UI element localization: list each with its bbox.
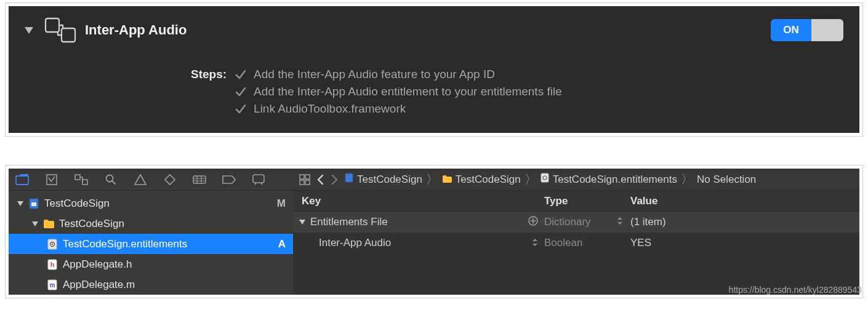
svg-rect-22 <box>345 173 353 182</box>
tree-file-entitlements[interactable]: TestCodeSign.entitlements A <box>9 234 293 254</box>
tree-file-header[interactable]: h AppDelegate.h <box>9 254 293 274</box>
project-file-icon <box>28 198 39 209</box>
step-text: Link AudioToolbox.framework <box>254 102 406 116</box>
inter-app-audio-icon <box>44 17 76 43</box>
related-items-icon[interactable] <box>299 174 310 185</box>
capability-panel-frame: Inter-App Audio ON Steps: Add the Inter-… <box>5 2 863 137</box>
breadcrumb-segment[interactable]: TestCodeSign.entitlements <box>540 173 677 186</box>
xcode-panel-frame: TestCodeSign M TestCodeSign TestCodeSign… <box>5 165 863 298</box>
disclosure-triangle-icon[interactable] <box>25 27 33 34</box>
source-control-status: A <box>278 238 286 250</box>
checkmark-icon <box>235 103 246 114</box>
svg-rect-18 <box>300 175 304 179</box>
svg-rect-2 <box>16 176 28 185</box>
column-header-key[interactable]: Key <box>293 195 544 207</box>
add-row-button-icon[interactable] <box>528 216 538 229</box>
project-tree: TestCodeSign M TestCodeSign TestCodeSign… <box>9 191 293 295</box>
svg-rect-5 <box>82 180 87 185</box>
svg-text:h: h <box>50 261 55 268</box>
plist-header-row: Key Type Value <box>293 191 859 212</box>
folder-icon <box>43 218 54 229</box>
implementation-file-icon: m <box>47 279 58 290</box>
svg-point-13 <box>52 243 53 244</box>
capability-step: Link AudioToolbox.framework <box>235 102 562 116</box>
plist-value: (1 item) <box>630 216 859 228</box>
entitlements-file-icon <box>47 239 58 250</box>
editor-toolbar: TestCodeSign 〉 TestCodeSign 〉 <box>293 169 859 191</box>
breadcrumb-segment[interactable]: No Selection <box>697 173 756 186</box>
folder-icon <box>442 173 452 186</box>
checkmark-icon <box>235 69 246 80</box>
tree-label: AppDelegate.h <box>63 258 286 271</box>
tree-project-root[interactable]: TestCodeSign M <box>9 193 293 213</box>
chevron-right-icon: 〉 <box>681 171 693 188</box>
debug-navigator-tab-icon[interactable] <box>192 172 207 187</box>
steps-label: Steps: <box>191 68 227 116</box>
source-control-status: M <box>277 197 286 210</box>
plist-type[interactable]: Dictionary <box>544 216 591 228</box>
project-file-icon <box>345 173 353 186</box>
svg-rect-21 <box>305 180 310 185</box>
jump-bar: TestCodeSign 〉 TestCodeSign 〉 <box>345 171 756 188</box>
chevron-right-icon: 〉 <box>426 171 438 188</box>
back-button-icon[interactable] <box>316 174 324 185</box>
forward-button-icon[interactable] <box>331 174 339 185</box>
project-navigator-tab-icon[interactable] <box>15 172 30 187</box>
svg-rect-19 <box>305 175 310 179</box>
breadcrumb-segment[interactable]: TestCodeSign <box>345 173 422 186</box>
breadcrumb-label: TestCodeSign <box>456 173 521 186</box>
svg-rect-1 <box>62 28 75 42</box>
capability-step: Add the Inter-App Audio entitlement to y… <box>235 85 562 98</box>
svg-rect-10 <box>31 202 36 206</box>
capability-step: Add the Inter-App Audio feature to your … <box>235 68 562 81</box>
plist-row[interactable]: Entitlements File Dictionary (1 item) <box>293 212 859 233</box>
svg-rect-23 <box>541 173 549 182</box>
disclosure-triangle-icon[interactable] <box>17 201 23 206</box>
disclosure-triangle-icon[interactable] <box>32 221 38 226</box>
svg-rect-4 <box>75 175 80 180</box>
tree-label: TestCodeSign.entitlements <box>63 238 278 250</box>
report-navigator-tab-icon[interactable] <box>251 172 266 187</box>
svg-text:m: m <box>50 282 55 289</box>
disclosure-triangle-icon[interactable] <box>299 220 305 225</box>
capability-panel: Inter-App Audio ON Steps: Add the Inter-… <box>9 6 859 133</box>
plist-key: Inter-App Audio <box>319 237 391 249</box>
step-text: Add the Inter-App Audio entitlement to y… <box>254 85 562 98</box>
tree-label: AppDelegate.m <box>63 279 286 291</box>
svg-rect-3 <box>47 175 57 185</box>
find-navigator-tab-icon[interactable] <box>103 172 118 187</box>
capability-toggle[interactable]: ON <box>771 19 843 41</box>
source-control-navigator-tab-icon[interactable] <box>44 172 59 187</box>
plist-type[interactable]: Boolean <box>544 237 582 249</box>
breakpoint-navigator-tab-icon[interactable] <box>222 172 236 187</box>
plist-value[interactable]: YES <box>630 237 859 249</box>
type-stepper-icon[interactable] <box>532 238 538 249</box>
symbol-navigator-tab-icon[interactable] <box>74 172 89 187</box>
tree-group[interactable]: TestCodeSign <box>9 213 293 234</box>
test-navigator-tab-icon[interactable] <box>163 172 177 187</box>
navigator-tab-bar <box>9 169 293 191</box>
capability-header: Inter-App Audio ON <box>25 17 843 43</box>
toggle-knob <box>811 19 843 41</box>
entitlements-file-icon <box>540 173 549 186</box>
capability-title: Inter-App Audio <box>85 22 187 38</box>
tree-label: TestCodeSign <box>44 197 277 210</box>
toggle-on-label: ON <box>771 19 811 41</box>
breadcrumb-segment[interactable]: TestCodeSign <box>442 173 521 186</box>
issue-navigator-tab-icon[interactable] <box>133 172 148 187</box>
breadcrumb-label: No Selection <box>697 173 756 186</box>
tree-file-implementation[interactable]: m AppDelegate.m <box>9 274 293 295</box>
tree-label: TestCodeSign <box>59 218 286 230</box>
chevron-right-icon: 〉 <box>524 171 537 188</box>
plist-key: Entitlements File <box>310 216 388 228</box>
plist-row[interactable]: Inter-App Audio Boolean YES <box>293 233 859 253</box>
column-header-type[interactable]: Type <box>544 195 630 207</box>
breadcrumb-label: TestCodeSign <box>357 173 422 186</box>
svg-rect-0 <box>46 18 59 32</box>
project-navigator: TestCodeSign M TestCodeSign TestCodeSign… <box>9 169 293 295</box>
svg-rect-7 <box>193 176 206 183</box>
editor-area: TestCodeSign 〉 TestCodeSign 〉 <box>293 169 859 295</box>
svg-rect-20 <box>300 180 304 185</box>
column-header-value[interactable]: Value <box>630 195 859 207</box>
type-stepper-icon[interactable] <box>617 216 623 228</box>
